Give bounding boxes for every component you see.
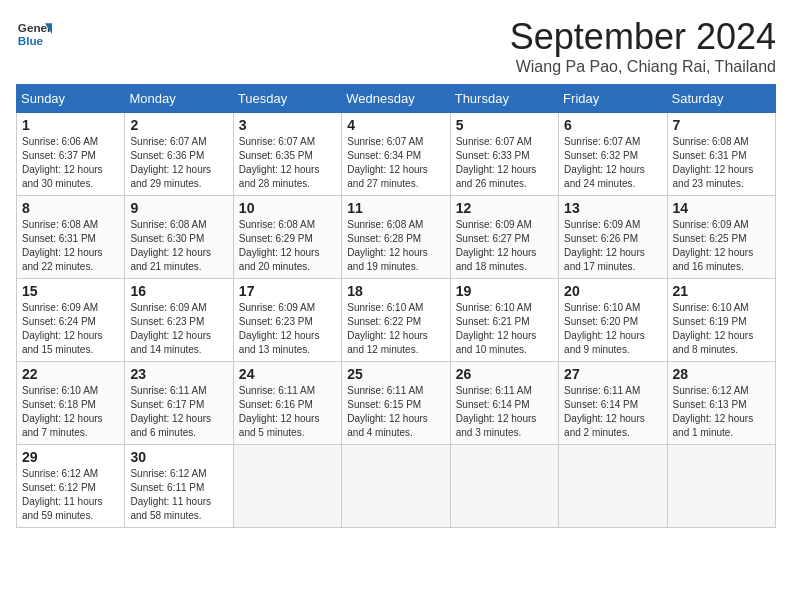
day-info: Sunrise: 6:09 AM Sunset: 6:23 PM Dayligh… xyxy=(239,301,336,357)
col-header-saturday: Saturday xyxy=(667,85,775,113)
day-cell-5: 5 Sunrise: 6:07 AM Sunset: 6:33 PM Dayli… xyxy=(450,113,558,196)
day-info: Sunrise: 6:10 AM Sunset: 6:22 PM Dayligh… xyxy=(347,301,444,357)
day-info: Sunrise: 6:12 AM Sunset: 6:11 PM Dayligh… xyxy=(130,467,227,523)
day-cell-23: 23 Sunrise: 6:11 AM Sunset: 6:17 PM Dayl… xyxy=(125,362,233,445)
day-number: 23 xyxy=(130,366,227,382)
day-number: 14 xyxy=(673,200,770,216)
day-info: Sunrise: 6:06 AM Sunset: 6:37 PM Dayligh… xyxy=(22,135,119,191)
day-cell-6: 6 Sunrise: 6:07 AM Sunset: 6:32 PM Dayli… xyxy=(559,113,667,196)
logo: General Blue xyxy=(16,16,52,52)
day-number: 25 xyxy=(347,366,444,382)
day-cell-13: 13 Sunrise: 6:09 AM Sunset: 6:26 PM Dayl… xyxy=(559,196,667,279)
col-header-sunday: Sunday xyxy=(17,85,125,113)
day-number: 12 xyxy=(456,200,553,216)
day-cell-10: 10 Sunrise: 6:08 AM Sunset: 6:29 PM Dayl… xyxy=(233,196,341,279)
day-cell-9: 9 Sunrise: 6:08 AM Sunset: 6:30 PM Dayli… xyxy=(125,196,233,279)
day-number: 15 xyxy=(22,283,119,299)
day-number: 2 xyxy=(130,117,227,133)
col-header-wednesday: Wednesday xyxy=(342,85,450,113)
day-cell-16: 16 Sunrise: 6:09 AM Sunset: 6:23 PM Dayl… xyxy=(125,279,233,362)
empty-cell xyxy=(667,445,775,528)
day-cell-1: 1 Sunrise: 6:06 AM Sunset: 6:37 PM Dayli… xyxy=(17,113,125,196)
day-cell-21: 21 Sunrise: 6:10 AM Sunset: 6:19 PM Dayl… xyxy=(667,279,775,362)
day-info: Sunrise: 6:12 AM Sunset: 6:12 PM Dayligh… xyxy=(22,467,119,523)
location-title: Wiang Pa Pao, Chiang Rai, Thailand xyxy=(510,58,776,76)
day-cell-17: 17 Sunrise: 6:09 AM Sunset: 6:23 PM Dayl… xyxy=(233,279,341,362)
empty-cell xyxy=(342,445,450,528)
empty-cell xyxy=(233,445,341,528)
week-row-4: 22 Sunrise: 6:10 AM Sunset: 6:18 PM Dayl… xyxy=(17,362,776,445)
col-header-thursday: Thursday xyxy=(450,85,558,113)
day-info: Sunrise: 6:08 AM Sunset: 6:29 PM Dayligh… xyxy=(239,218,336,274)
day-info: Sunrise: 6:09 AM Sunset: 6:26 PM Dayligh… xyxy=(564,218,661,274)
calendar-table: SundayMondayTuesdayWednesdayThursdayFrid… xyxy=(16,84,776,528)
day-number: 29 xyxy=(22,449,119,465)
day-cell-25: 25 Sunrise: 6:11 AM Sunset: 6:15 PM Dayl… xyxy=(342,362,450,445)
day-info: Sunrise: 6:08 AM Sunset: 6:28 PM Dayligh… xyxy=(347,218,444,274)
day-number: 21 xyxy=(673,283,770,299)
day-info: Sunrise: 6:07 AM Sunset: 6:32 PM Dayligh… xyxy=(564,135,661,191)
empty-cell xyxy=(450,445,558,528)
col-header-tuesday: Tuesday xyxy=(233,85,341,113)
day-info: Sunrise: 6:10 AM Sunset: 6:21 PM Dayligh… xyxy=(456,301,553,357)
day-info: Sunrise: 6:10 AM Sunset: 6:20 PM Dayligh… xyxy=(564,301,661,357)
day-cell-19: 19 Sunrise: 6:10 AM Sunset: 6:21 PM Dayl… xyxy=(450,279,558,362)
day-number: 20 xyxy=(564,283,661,299)
month-title: September 2024 xyxy=(510,16,776,58)
day-info: Sunrise: 6:12 AM Sunset: 6:13 PM Dayligh… xyxy=(673,384,770,440)
day-number: 24 xyxy=(239,366,336,382)
day-number: 16 xyxy=(130,283,227,299)
day-cell-15: 15 Sunrise: 6:09 AM Sunset: 6:24 PM Dayl… xyxy=(17,279,125,362)
day-cell-20: 20 Sunrise: 6:10 AM Sunset: 6:20 PM Dayl… xyxy=(559,279,667,362)
day-cell-24: 24 Sunrise: 6:11 AM Sunset: 6:16 PM Dayl… xyxy=(233,362,341,445)
day-info: Sunrise: 6:10 AM Sunset: 6:18 PM Dayligh… xyxy=(22,384,119,440)
day-info: Sunrise: 6:11 AM Sunset: 6:17 PM Dayligh… xyxy=(130,384,227,440)
day-number: 18 xyxy=(347,283,444,299)
day-info: Sunrise: 6:07 AM Sunset: 6:35 PM Dayligh… xyxy=(239,135,336,191)
day-cell-18: 18 Sunrise: 6:10 AM Sunset: 6:22 PM Dayl… xyxy=(342,279,450,362)
day-number: 17 xyxy=(239,283,336,299)
day-number: 7 xyxy=(673,117,770,133)
day-info: Sunrise: 6:10 AM Sunset: 6:19 PM Dayligh… xyxy=(673,301,770,357)
day-number: 3 xyxy=(239,117,336,133)
day-number: 8 xyxy=(22,200,119,216)
day-info: Sunrise: 6:07 AM Sunset: 6:34 PM Dayligh… xyxy=(347,135,444,191)
empty-cell xyxy=(559,445,667,528)
day-number: 9 xyxy=(130,200,227,216)
day-cell-7: 7 Sunrise: 6:08 AM Sunset: 6:31 PM Dayli… xyxy=(667,113,775,196)
week-row-2: 8 Sunrise: 6:08 AM Sunset: 6:31 PM Dayli… xyxy=(17,196,776,279)
day-number: 10 xyxy=(239,200,336,216)
day-number: 30 xyxy=(130,449,227,465)
title-area: September 2024 Wiang Pa Pao, Chiang Rai,… xyxy=(510,16,776,76)
day-info: Sunrise: 6:11 AM Sunset: 6:16 PM Dayligh… xyxy=(239,384,336,440)
day-info: Sunrise: 6:07 AM Sunset: 6:36 PM Dayligh… xyxy=(130,135,227,191)
week-row-1: 1 Sunrise: 6:06 AM Sunset: 6:37 PM Dayli… xyxy=(17,113,776,196)
day-cell-8: 8 Sunrise: 6:08 AM Sunset: 6:31 PM Dayli… xyxy=(17,196,125,279)
day-number: 11 xyxy=(347,200,444,216)
day-info: Sunrise: 6:07 AM Sunset: 6:33 PM Dayligh… xyxy=(456,135,553,191)
day-cell-28: 28 Sunrise: 6:12 AM Sunset: 6:13 PM Dayl… xyxy=(667,362,775,445)
day-info: Sunrise: 6:08 AM Sunset: 6:31 PM Dayligh… xyxy=(673,135,770,191)
day-cell-14: 14 Sunrise: 6:09 AM Sunset: 6:25 PM Dayl… xyxy=(667,196,775,279)
day-number: 26 xyxy=(456,366,553,382)
day-cell-29: 29 Sunrise: 6:12 AM Sunset: 6:12 PM Dayl… xyxy=(17,445,125,528)
day-number: 4 xyxy=(347,117,444,133)
header: General Blue September 2024 Wiang Pa Pao… xyxy=(16,16,776,76)
logo-icon: General Blue xyxy=(16,16,52,52)
day-info: Sunrise: 6:11 AM Sunset: 6:14 PM Dayligh… xyxy=(564,384,661,440)
day-cell-3: 3 Sunrise: 6:07 AM Sunset: 6:35 PM Dayli… xyxy=(233,113,341,196)
svg-text:General: General xyxy=(18,21,52,34)
day-number: 1 xyxy=(22,117,119,133)
day-number: 13 xyxy=(564,200,661,216)
day-info: Sunrise: 6:08 AM Sunset: 6:31 PM Dayligh… xyxy=(22,218,119,274)
day-number: 22 xyxy=(22,366,119,382)
day-number: 27 xyxy=(564,366,661,382)
day-number: 5 xyxy=(456,117,553,133)
day-cell-26: 26 Sunrise: 6:11 AM Sunset: 6:14 PM Dayl… xyxy=(450,362,558,445)
svg-text:Blue: Blue xyxy=(18,34,44,47)
day-cell-27: 27 Sunrise: 6:11 AM Sunset: 6:14 PM Dayl… xyxy=(559,362,667,445)
day-cell-30: 30 Sunrise: 6:12 AM Sunset: 6:11 PM Dayl… xyxy=(125,445,233,528)
day-info: Sunrise: 6:09 AM Sunset: 6:27 PM Dayligh… xyxy=(456,218,553,274)
day-cell-4: 4 Sunrise: 6:07 AM Sunset: 6:34 PM Dayli… xyxy=(342,113,450,196)
day-number: 6 xyxy=(564,117,661,133)
